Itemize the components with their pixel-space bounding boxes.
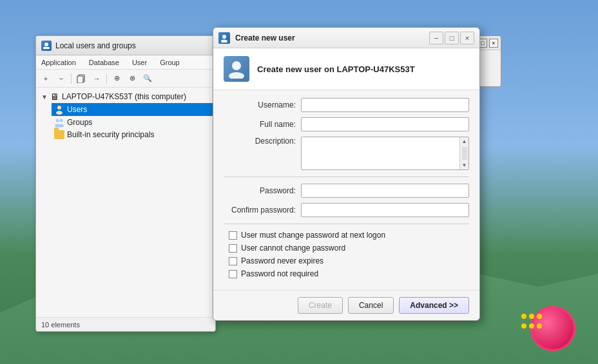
svg-rect-1: [43, 47, 50, 49]
tree-item-builtin[interactable]: Built-in security principals: [52, 129, 215, 140]
fullname-label: Full name:: [224, 120, 301, 129]
create-user-dialog: Create new user − □ × Create new user on…: [213, 27, 480, 321]
menu-database[interactable]: Database: [86, 57, 122, 68]
dialog-title-text: Create new user: [235, 34, 424, 43]
confirm-password-label: Confirm password:: [224, 206, 301, 215]
dialog-titlebar: Create new user − □ ×: [213, 28, 479, 48]
password-label: Password:: [224, 186, 301, 195]
checkbox-row-1: User must change password at next logon: [224, 231, 469, 240]
dots-decoration: [520, 312, 543, 332]
form-divider: [224, 177, 469, 177]
left-panel: Local users and groups Application Datab…: [35, 35, 216, 332]
checkbox-label-1: User must change password at next logon: [241, 231, 385, 240]
folder-icon: [54, 130, 64, 139]
checkbox-label-3: Password never expires: [241, 256, 323, 265]
fullname-input[interactable]: [301, 117, 469, 131]
username-label: Username:: [224, 101, 301, 110]
svg-rect-3: [77, 76, 83, 83]
svg-point-11: [221, 39, 227, 43]
dialog-window-buttons: − □ ×: [429, 32, 474, 44]
checkbox-never-expires[interactable]: [229, 257, 237, 265]
username-input[interactable]: [301, 98, 469, 112]
svg-point-4: [57, 106, 61, 110]
dialog-close-button[interactable]: ×: [460, 32, 474, 44]
dialog-header-text: Create new user on LAPTOP-U47KS53T: [257, 64, 415, 74]
dialog-minimize-button[interactable]: −: [429, 32, 443, 44]
scroll-track: [462, 147, 467, 160]
toolbar-separator-2: [106, 73, 107, 84]
left-panel-title: Local users and groups: [55, 41, 210, 50]
menu-application[interactable]: Application: [39, 57, 79, 68]
dialog-title-icon: [218, 32, 230, 44]
checkbox-row-4: Password not required: [224, 269, 469, 278]
checkbox-row-2: User cannot change password: [224, 244, 469, 253]
tree-children: Users Groups Built-in security principal…: [36, 103, 215, 140]
menu-group[interactable]: Group: [157, 57, 182, 68]
confirm-password-row: Confirm password:: [224, 203, 469, 217]
form-divider-2: [224, 224, 469, 224]
svg-point-0: [44, 43, 48, 46]
left-panel-titlebar: Local users and groups: [36, 36, 215, 55]
toolbar-copy-button[interactable]: [74, 72, 88, 85]
svg-point-6: [56, 119, 59, 122]
tree-item-groups[interactable]: Groups: [52, 116, 215, 129]
svg-point-13: [229, 72, 244, 79]
checkbox-must-change[interactable]: [229, 231, 237, 240]
tree-label-groups: Groups: [67, 118, 92, 127]
toolbar-separator-1: [71, 73, 72, 84]
left-panel-toolbar: + − → ⊕ ⊗ 🔍: [36, 70, 215, 88]
description-input[interactable]: [302, 137, 459, 169]
description-row: Description: ▲ ▼: [224, 137, 469, 170]
toolbar-btn-6[interactable]: ⊗: [125, 72, 139, 85]
tree-item-users[interactable]: Users: [52, 103, 215, 116]
cancel-button[interactable]: Cancel: [348, 297, 394, 314]
panel-icon: [41, 41, 52, 51]
svg-point-7: [60, 119, 63, 122]
toolbar-paste-button[interactable]: →: [90, 72, 104, 85]
user-icon: [54, 104, 64, 115]
fullname-row: Full name:: [224, 117, 469, 131]
scroll-down-arrow[interactable]: ▼: [461, 161, 468, 169]
menu-user[interactable]: User: [130, 57, 150, 68]
left-panel-menubar: Application Database User Group: [36, 55, 215, 70]
checkbox-row-3: Password never expires: [224, 256, 469, 265]
checkbox-cannot-change[interactable]: [229, 244, 237, 253]
tree-root-computer[interactable]: ▼ 🖥 LAPTOP-U47KS53T (this computer): [36, 90, 215, 103]
bg-close-button[interactable]: ×: [489, 39, 498, 48]
scroll-up-arrow[interactable]: ▲: [461, 137, 468, 146]
computer-icon: 🖥: [50, 91, 59, 102]
statusbar-text: 10 elements: [41, 321, 80, 329]
description-label: Description:: [224, 137, 301, 146]
description-textarea-wrap: ▲ ▼: [301, 137, 469, 170]
toolbar-remove-button[interactable]: −: [54, 72, 68, 85]
toolbar-search-button[interactable]: 🔍: [140, 72, 155, 85]
svg-point-5: [56, 111, 63, 115]
dialog-maximize-button[interactable]: □: [445, 32, 459, 44]
checkbox-label-2: User cannot change password: [241, 244, 345, 253]
advanced-button[interactable]: Advanced >>: [399, 297, 469, 314]
left-panel-tree: ▼ 🖥 LAPTOP-U47KS53T (this computer) User…: [36, 88, 215, 317]
password-input[interactable]: [301, 184, 469, 198]
svg-point-9: [59, 124, 64, 128]
toolbar-add-button[interactable]: +: [39, 72, 53, 85]
svg-point-12: [232, 61, 241, 70]
checkbox-label-4: Password not required: [241, 269, 318, 278]
tree-label-users: Users: [67, 105, 87, 114]
confirm-password-input[interactable]: [301, 203, 469, 217]
tree-label-builtin: Built-in security principals: [67, 130, 154, 139]
dialog-header: Create new user on LAPTOP-U47KS53T: [213, 48, 479, 90]
dialog-footer: Create Cancel Advanced >>: [213, 290, 479, 320]
create-button[interactable]: Create: [298, 297, 343, 314]
description-scrollbar: ▲ ▼: [459, 137, 468, 169]
dialog-body: Username: Full name: Description: ▲ ▼ Pa…: [213, 90, 479, 290]
dialog-header-user-icon: [224, 56, 249, 82]
checkbox-not-required[interactable]: [229, 270, 237, 278]
password-row: Password:: [224, 184, 469, 198]
group-icon: [54, 117, 64, 128]
svg-point-10: [222, 35, 226, 39]
tree-expand-icon: ▼: [41, 93, 48, 101]
computer-label: LAPTOP-U47KS53T (this computer): [62, 92, 186, 101]
statusbar: 10 elements: [36, 317, 215, 331]
username-row: Username:: [224, 98, 469, 112]
toolbar-btn-5[interactable]: ⊕: [110, 72, 124, 85]
